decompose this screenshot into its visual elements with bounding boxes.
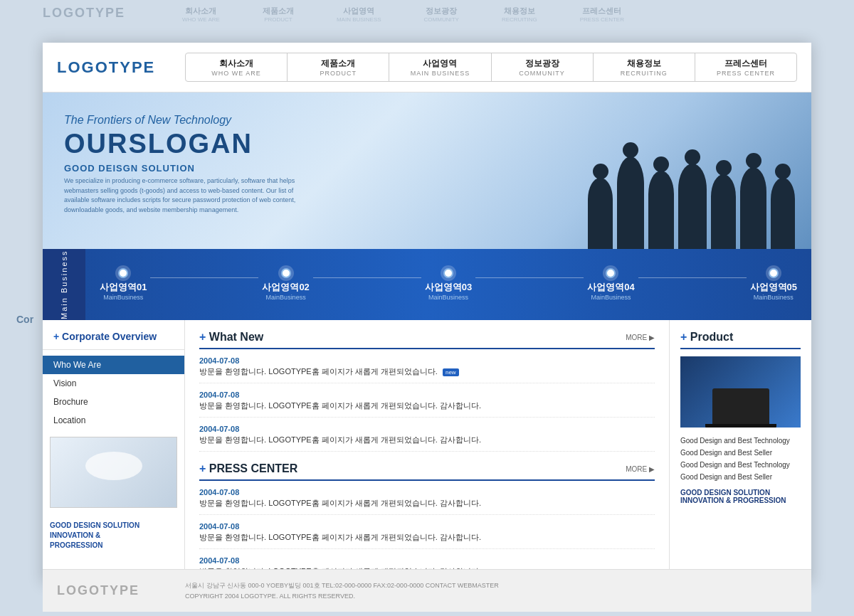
- what-new-header: What New MORE ▶: [199, 331, 655, 349]
- footer: LOGOTYPE 서울시 강남구 신사동 000-0 YOEBY빌딩 001호 …: [43, 569, 811, 612]
- news-item: 2004-07-08 방문을 환영합니다. LOGOTYPE홈 페이지가 새롭게…: [199, 425, 655, 452]
- news-item: 2004-07-08 방문을 환영합니다. LOGOTYPE홈 페이지가 새롭게…: [199, 391, 655, 418]
- sidebar-oval: [85, 452, 142, 480]
- silhouette-person: [678, 164, 707, 249]
- biz-connector: [475, 277, 584, 278]
- silhouette-person: [648, 171, 674, 249]
- nav-item-press-center[interactable]: 프레스센터 PRESS CENTER: [695, 53, 796, 81]
- hero-text: The Frontiers of New Technology OURSLOGA…: [64, 114, 306, 215]
- product-caption: GOOD DESIGN SOLUTION INNOVATION & PROGRE…: [680, 489, 801, 504]
- biz-dot: [443, 268, 453, 278]
- press-item: 2004-07-08 방문을 환영합니다. LOGOTYPE홈 페이지가 새롭게…: [199, 556, 655, 569]
- sidebar-title: Corporate Overview: [43, 331, 184, 350]
- business-strip: Main Business 사업영역01 MainBusiness 사업영역02…: [43, 249, 811, 320]
- silhouette-person: [588, 178, 613, 249]
- silhouette-person: [740, 167, 766, 249]
- footer-info: 서울시 강남구 신사동 000-0 YOEBY빌딩 001호 TEL:02-00…: [185, 580, 499, 601]
- nav-item-recruiting[interactable]: 채용정보 RECRUITING: [594, 53, 695, 81]
- biz-dot: [118, 268, 128, 278]
- ghost-nav-item: 회사소개 WHO WE ARE: [182, 6, 220, 23]
- new-badge: new: [443, 368, 459, 376]
- hero-subtitle: The Frontiers of New Technology: [64, 114, 306, 127]
- silhouette-group: [498, 107, 797, 249]
- sidebar-item-who-we-are[interactable]: Who We Are: [43, 356, 184, 374]
- press-item: 2004-07-08 방문을 환영합니다. LOGOTYPE홈 페이지가 새롭게…: [199, 522, 655, 549]
- press-center-title: PRESS CENTER: [199, 462, 297, 475]
- hero-slogan: OURSLOGAN: [64, 130, 306, 157]
- product-desc: Good Design and Best Technology Good Des…: [680, 435, 801, 483]
- hero-section: The Frontiers of New Technology OURSLOGA…: [43, 92, 811, 249]
- ghost-nav-item: 제품소개 PRODUCT: [263, 6, 294, 23]
- nav-item-who-we-are[interactable]: 회사소개 WHO WE ARE: [186, 53, 288, 81]
- news-item: 2004-07-08 방문을 환영합니다. LOGOTYPE홈 페이지가 새롭게…: [199, 356, 655, 383]
- sidebar: Corporate Overview Who We Are Vision Bro…: [43, 320, 185, 569]
- ghost-nav-item: 프레스센터 PRESS CENTER: [580, 6, 624, 23]
- product-laptop-icon: [712, 388, 769, 424]
- press-center-header: PRESS CENTER MORE ▶: [199, 462, 655, 481]
- biz-items: 사업영역01 MainBusiness 사업영역02 MainBusiness …: [100, 268, 797, 301]
- ghost-nav: 회사소개 WHO WE ARE 제품소개 PRODUCT 사업영역 MAIN B…: [182, 6, 624, 23]
- silhouette-person: [711, 174, 736, 249]
- ghost-top-nav: LOGOTYPE 회사소개 WHO WE ARE 제품소개 PRODUCT 사업…: [43, 6, 624, 23]
- sidebar-item-vision[interactable]: Vision: [43, 374, 184, 393]
- biz-connector: [638, 277, 747, 278]
- product-image: [680, 356, 801, 428]
- footer-logo: LOGOTYPE: [57, 583, 185, 598]
- ghost-nav-item: 사업영역 MAIN BUSINESS: [337, 6, 381, 23]
- what-new-title: What New: [199, 331, 263, 344]
- main-nav: 회사소개 WHO WE ARE 제품소개 PRODUCT 사업영역 MAIN B…: [185, 53, 797, 82]
- nav-item-product[interactable]: 제품소개 PRODUCT: [288, 53, 389, 81]
- right-panel: Product Good Design and Best Technology …: [669, 320, 811, 569]
- site-logo: LOGOTYPE: [57, 58, 185, 77]
- sidebar-caption: GOOD DESIGN SOLUTION INNOVATION & PROGRE…: [43, 515, 184, 551]
- silhouette-person: [617, 156, 644, 249]
- nav-item-main-business[interactable]: 사업영역 MAIN BUSINESS: [389, 53, 491, 81]
- sidebar-item-brochure[interactable]: Brochure: [43, 393, 184, 411]
- biz-item-5[interactable]: 사업영역05 MainBusiness: [750, 268, 797, 301]
- ghost-logo: LOGOTYPE: [43, 6, 125, 23]
- what-new-more[interactable]: MORE ▶: [626, 334, 655, 341]
- biz-label: Main Business: [43, 249, 85, 320]
- content-area: Corporate Overview Who We Are Vision Bro…: [43, 320, 811, 569]
- biz-item-2[interactable]: 사업영역02 MainBusiness: [262, 268, 309, 301]
- biz-item-3[interactable]: 사업영역03 MainBusiness: [425, 268, 472, 301]
- biz-connector: [313, 277, 421, 278]
- sidebar-item-location[interactable]: Location: [43, 411, 184, 430]
- biz-dot: [769, 268, 779, 278]
- cor-text: Cor: [16, 314, 33, 325]
- hero-desc-body: We specialize in producing e-commerce so…: [64, 176, 306, 215]
- ghost-nav-item: 채용정보 RECRUITING: [502, 6, 537, 23]
- nav-item-community[interactable]: 정보광장 COMMUNITY: [492, 53, 594, 81]
- biz-dot: [606, 268, 616, 278]
- biz-item-1[interactable]: 사업영역01 MainBusiness: [100, 268, 147, 301]
- biz-item-4[interactable]: 사업영역04 MainBusiness: [587, 268, 634, 301]
- ghost-nav-item: 정보광장 COMMUNITY: [424, 6, 459, 23]
- hero-desc-title: GOOD DEISGN SOLUTION: [64, 163, 306, 174]
- main-page: LOGOTYPE 회사소개 WHO WE ARE 제품소개 PRODUCT 사업…: [43, 43, 811, 583]
- biz-connector: [150, 277, 258, 278]
- biz-dot: [281, 268, 291, 278]
- press-item: 2004-07-08 방문을 환영합니다. LOGOTYPE홈 페이지가 새롭게…: [199, 488, 655, 515]
- silhouette-person: [771, 178, 795, 249]
- press-center-more[interactable]: MORE ▶: [626, 465, 655, 473]
- header: LOGOTYPE 회사소개 WHO WE ARE 제품소개 PRODUCT 사업…: [43, 43, 811, 92]
- product-title: Product: [680, 331, 801, 349]
- main-content: What New MORE ▶ 2004-07-08 방문을 환영합니다. LO…: [185, 320, 669, 569]
- sidebar-image: [50, 437, 177, 508]
